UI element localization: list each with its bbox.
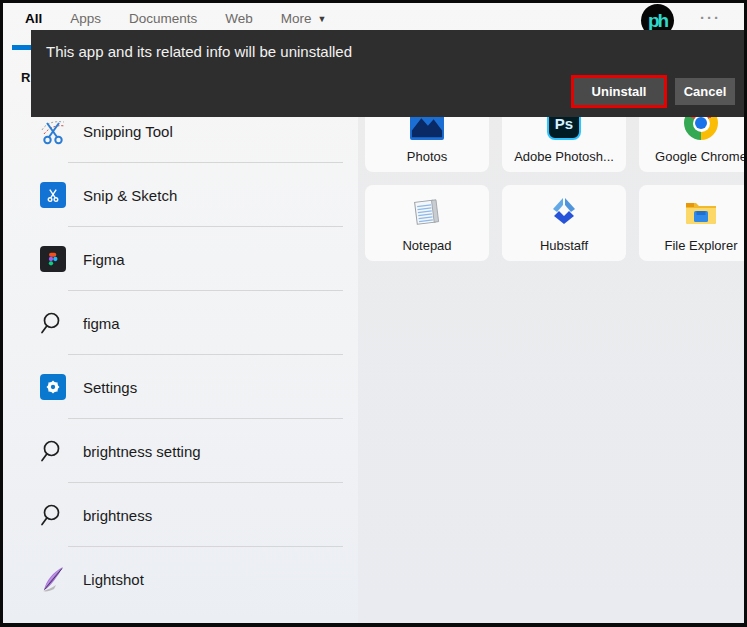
result-row-settings[interactable]: Settings	[3, 355, 361, 419]
uninstall-highlight-box: Uninstall	[571, 75, 667, 108]
cancel-button[interactable]: Cancel	[675, 78, 735, 105]
result-label: figma	[83, 315, 120, 332]
tile-label: Photos	[367, 149, 487, 164]
settings-gear-icon	[40, 374, 66, 400]
screenshot-frame: AllAppsDocumentsWebMore▼ ph ··· R Photos…	[0, 0, 747, 627]
tile-icon-holder	[365, 192, 489, 232]
result-label: Settings	[83, 379, 137, 396]
result-label: Snip & Sketch	[83, 187, 177, 204]
result-label: Figma	[83, 251, 125, 268]
app-tile-file-explorer[interactable]: File Explorer	[639, 185, 744, 261]
result-icon-holder	[38, 500, 68, 530]
result-row-figma[interactable]: Figma	[3, 227, 361, 291]
result-icon-holder	[38, 436, 68, 466]
search-results-list: Snipping ToolSnip & SketchFigmafigmaSett…	[3, 99, 361, 611]
app-tile-hubstaff[interactable]: Hubstaff	[502, 185, 626, 261]
result-icon-holder	[38, 116, 68, 146]
result-label: brightness	[83, 507, 152, 524]
result-icon-holder	[38, 564, 68, 594]
figma-icon	[40, 246, 66, 272]
uninstall-button[interactable]: Uninstall	[574, 78, 664, 105]
result-row-snip-sketch[interactable]: Snip & Sketch	[3, 163, 361, 227]
result-row-figma[interactable]: figma	[3, 291, 361, 355]
notepad-icon	[409, 194, 445, 230]
snipping-tool-icon	[38, 116, 68, 146]
hubstaff-icon	[546, 194, 582, 230]
windows-search-panel: AllAppsDocumentsWebMore▼ ph ··· R Photos…	[3, 3, 744, 623]
tile-icon-holder	[639, 192, 744, 232]
tile-label: Notepad	[367, 238, 487, 253]
result-label: Lightshot	[83, 571, 144, 588]
result-row-brightness-setting[interactable]: brightness setting	[3, 419, 361, 483]
result-icon-holder	[38, 372, 68, 402]
tile-label: Hubstaff	[504, 238, 624, 253]
file-explorer-icon	[683, 194, 719, 230]
tile-label: Adobe Photosh...	[504, 149, 624, 164]
result-icon-holder	[38, 180, 68, 210]
result-row-brightness[interactable]: brightness	[3, 483, 361, 547]
search-icon	[40, 502, 66, 528]
tile-label: Google Chrome	[641, 149, 744, 164]
tile-label: File Explorer	[641, 238, 744, 253]
result-label: brightness setting	[83, 443, 201, 460]
result-icon-holder	[38, 308, 68, 338]
tile-icon-holder	[502, 192, 626, 232]
lightshot-feather-icon	[38, 564, 68, 594]
snip-sketch-icon	[40, 182, 66, 208]
app-tile-notepad[interactable]: Notepad	[365, 185, 489, 261]
search-icon	[40, 438, 66, 464]
search-icon	[40, 310, 66, 336]
result-label: Snipping Tool	[83, 123, 173, 140]
dialog-message: This app and its related info will be un…	[46, 43, 352, 60]
uninstall-confirmation-dialog: This app and its related info will be un…	[31, 30, 744, 117]
result-icon-holder	[38, 244, 68, 274]
result-row-lightshot[interactable]: Lightshot	[3, 547, 361, 611]
